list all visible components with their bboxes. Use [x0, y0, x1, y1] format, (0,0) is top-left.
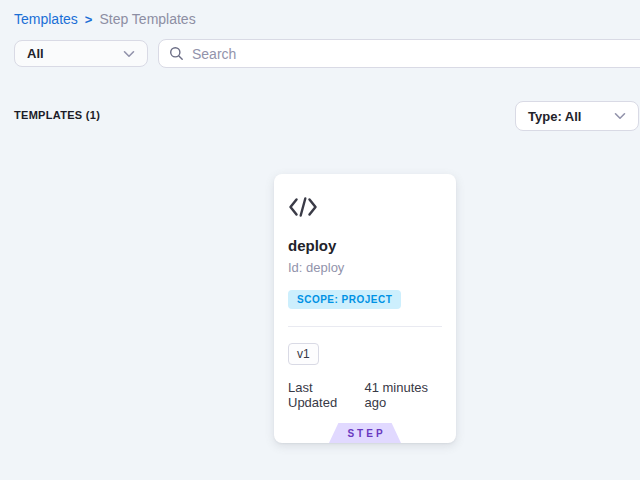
template-card-deploy[interactable]: deploy Id: deploy SCOPE: PROJECT v1 Last… — [274, 174, 456, 443]
breadcrumb-separator-icon: > — [85, 12, 93, 27]
breadcrumb-link-templates[interactable]: Templates — [14, 11, 78, 27]
last-updated-value: 41 minutes ago — [364, 380, 442, 410]
type-filter-dropdown[interactable]: Type: All — [515, 101, 639, 131]
chevron-down-icon — [614, 112, 626, 120]
chevron-down-icon — [123, 50, 135, 58]
templates-count-label: TEMPLATES (1) — [14, 109, 100, 121]
template-title: deploy — [288, 237, 442, 254]
scope-filter-value: All — [27, 46, 44, 61]
scope-badge: SCOPE: PROJECT — [288, 290, 401, 309]
search-input[interactable] — [192, 46, 637, 62]
last-updated-row: Last Updated 41 minutes ago — [288, 380, 442, 410]
search-icon — [169, 46, 184, 61]
step-templates-page: Templates > Step Templates All TEMPLATES… — [0, 0, 640, 480]
breadcrumb-current-step-templates: Step Templates — [99, 11, 195, 27]
breadcrumb: Templates > Step Templates — [14, 11, 196, 27]
card-divider — [288, 326, 442, 327]
template-type-tag: STEP — [329, 423, 401, 443]
last-updated-label: Last Updated — [288, 380, 355, 410]
type-filter-value: Type: All — [528, 109, 581, 124]
code-icon — [288, 196, 442, 222]
search-box[interactable] — [158, 39, 640, 68]
version-chip: v1 — [288, 343, 319, 365]
template-id: Id: deploy — [288, 260, 442, 275]
scope-filter-dropdown[interactable]: All — [14, 40, 148, 67]
